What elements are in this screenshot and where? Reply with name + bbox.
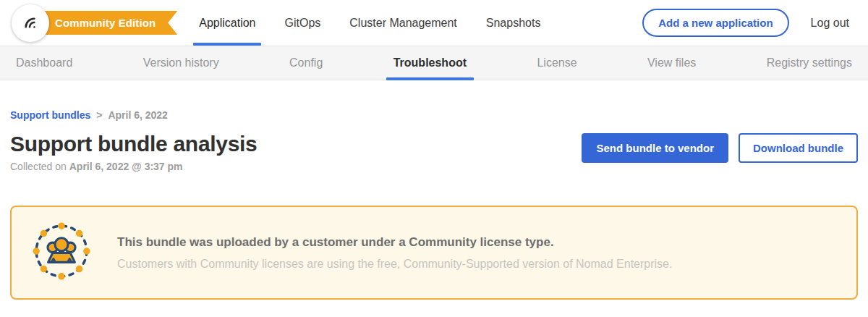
notice-heading: This bundle was uploaded by a customer u… <box>117 235 672 250</box>
bundle-actions: Send bundle to vendor Download bundle <box>582 132 858 163</box>
app-subnav: Dashboard Version history Config Trouble… <box>0 46 868 80</box>
subnav-config[interactable]: Config <box>289 46 323 80</box>
title-block: Support bundle analysis Collected on Apr… <box>10 132 257 172</box>
notice-text: This bundle was uploaded by a customer u… <box>117 235 672 271</box>
breadcrumb-current: April 6, 2022 <box>108 109 168 121</box>
logout-link[interactable]: Log out <box>811 17 849 30</box>
send-bundle-to-vendor-button[interactable]: Send bundle to vendor <box>582 133 728 163</box>
breadcrumb-support-bundles-link[interactable]: Support bundles <box>10 109 90 121</box>
brand: Community Edition <box>12 4 177 42</box>
page-title: Support bundle analysis <box>10 132 257 156</box>
top-header: Community Edition Application GitOps Clu… <box>0 0 868 46</box>
replicated-logo-icon[interactable] <box>12 4 49 42</box>
collected-on-text: Collected on April 6, 2022 @ 3:37 pm <box>10 161 257 172</box>
community-edition-badge: Community Edition <box>41 11 177 35</box>
title-row: Support bundle analysis Collected on Apr… <box>10 132 858 172</box>
top-nav-cluster-management[interactable]: Cluster Management <box>349 0 457 46</box>
top-nav-gitops[interactable]: GitOps <box>284 0 320 46</box>
top-nav-application[interactable]: Application <box>199 0 255 46</box>
collected-date: April 6, 2022 @ 3:37 pm <box>69 161 183 172</box>
add-new-application-button[interactable]: Add a new application <box>642 9 788 37</box>
subnav-view-files[interactable]: View files <box>647 46 696 80</box>
replicated-logo-glyph <box>20 13 41 33</box>
collected-prefix: Collected on <box>10 161 69 172</box>
community-license-notice: This bundle was uploaded by a customer u… <box>10 206 858 300</box>
subnav-dashboard[interactable]: Dashboard <box>16 46 72 80</box>
breadcrumb-separator: > <box>96 109 102 121</box>
top-nav: Application GitOps Cluster Management Sn… <box>199 0 540 46</box>
breadcrumb: Support bundles>April 6, 2022 <box>10 109 858 121</box>
subnav-registry-settings[interactable]: Registry settings <box>767 46 852 80</box>
top-nav-snapshots[interactable]: Snapshots <box>486 0 541 46</box>
download-bundle-button[interactable]: Download bundle <box>739 133 858 163</box>
subnav-troubleshoot[interactable]: Troubleshoot <box>393 46 467 80</box>
subnav-license[interactable]: License <box>537 46 576 80</box>
notice-body: Customers with Community licenses are us… <box>117 258 672 271</box>
main-content: Support bundles>April 6, 2022 Support bu… <box>0 109 868 300</box>
community-group-icon <box>30 220 93 285</box>
subnav-version-history[interactable]: Version history <box>143 46 219 80</box>
